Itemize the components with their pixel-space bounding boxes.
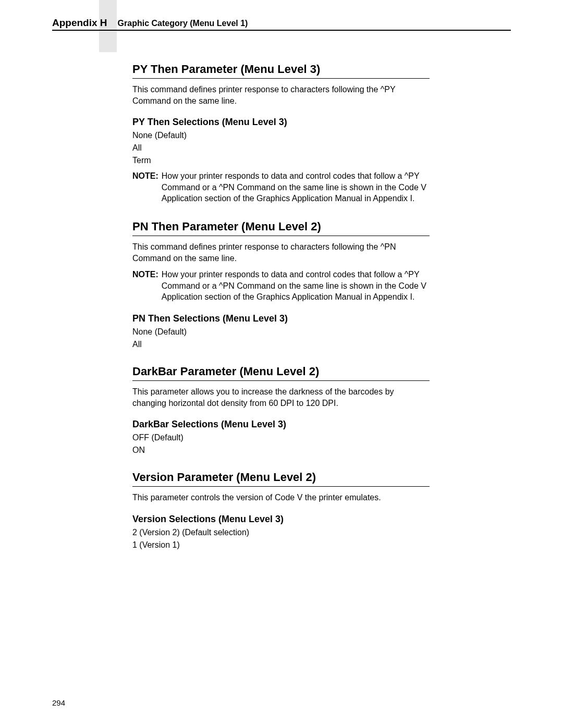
py-then-selections-heading: PY Then Selections (Menu Level 3)	[132, 117, 430, 128]
py-then-option: Term	[132, 156, 430, 165]
pn-then-heading: PN Then Parameter (Menu Level 2)	[132, 220, 430, 236]
page-header: Appendix H Graphic Category (Menu Level …	[52, 17, 511, 31]
pn-then-option: None (Default)	[132, 327, 430, 337]
version-heading: Version Parameter (Menu Level 2)	[132, 471, 430, 487]
main-content: PY Then Parameter (Menu Level 3) This co…	[132, 63, 430, 553]
py-then-option: All	[132, 143, 430, 153]
note-text: How your printer responds to data and co…	[162, 269, 430, 303]
note-label: NOTE:	[132, 269, 158, 303]
version-option: 2 (Version 2) (Default selection)	[132, 528, 430, 537]
version-desc: This parameter controls the version of C…	[132, 492, 430, 503]
appendix-label: Appendix H	[52, 17, 107, 29]
page-number: 294	[52, 698, 65, 707]
version-selections-heading: Version Selections (Menu Level 3)	[132, 514, 430, 525]
py-then-note: NOTE: How your printer responds to data …	[132, 170, 430, 204]
note-label: NOTE:	[132, 170, 158, 204]
version-option: 1 (Version 1)	[132, 540, 430, 550]
py-then-desc: This command defines printer response to…	[132, 84, 430, 106]
appendix-subtitle: Graphic Category (Menu Level 1)	[118, 19, 248, 28]
darkbar-selections-heading: DarkBar Selections (Menu Level 3)	[132, 419, 430, 430]
pn-then-selections-heading: PN Then Selections (Menu Level 3)	[132, 313, 430, 324]
py-then-heading: PY Then Parameter (Menu Level 3)	[132, 63, 430, 79]
pn-then-note: NOTE: How your printer responds to data …	[132, 269, 430, 303]
pn-then-option: All	[132, 340, 430, 349]
pn-then-desc: This command defines printer response to…	[132, 241, 430, 264]
darkbar-desc: This parameter allows you to increase th…	[132, 386, 430, 409]
darkbar-heading: DarkBar Parameter (Menu Level 2)	[132, 365, 430, 381]
note-text: How your printer responds to data and co…	[162, 170, 430, 204]
py-then-option: None (Default)	[132, 131, 430, 140]
darkbar-option: ON	[132, 446, 430, 455]
darkbar-option: OFF (Default)	[132, 433, 430, 442]
